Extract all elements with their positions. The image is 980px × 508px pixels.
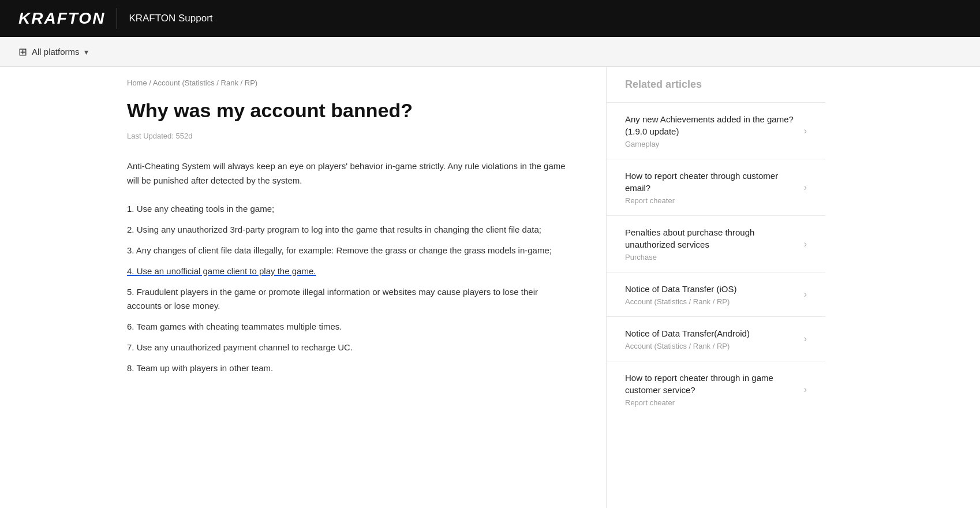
- related-article-title: Notice of Data Transfer(Android): [625, 327, 797, 339]
- site-logo: KRAFTON: [18, 9, 105, 28]
- related-articles-sidebar: Related articles Any new Achievements ad…: [606, 67, 825, 508]
- site-header: KRAFTON KRAFTON Support: [0, 0, 980, 37]
- site-title: KRAFTON Support: [129, 13, 212, 24]
- chevron-right-icon: ›: [804, 334, 807, 344]
- related-article-title: How to report cheater through customer e…: [625, 170, 797, 194]
- related-article-item[interactable]: Notice of Data Transfer(Android) Account…: [607, 316, 825, 361]
- header-divider: [117, 8, 117, 29]
- chevron-right-icon: ›: [804, 182, 807, 193]
- related-article-category: Report cheater: [625, 196, 797, 205]
- related-article-content: Penalties about purchase through unautho…: [625, 226, 804, 262]
- related-articles-title: Related articles: [607, 79, 825, 102]
- platform-selector[interactable]: ⊞ All platforms ▾: [18, 46, 88, 58]
- related-article-item[interactable]: Any new Achievements added in the game? …: [607, 102, 825, 159]
- breadcrumb: Home / Account (Statistics / Rank / RP): [127, 79, 571, 87]
- related-article-title: How to report cheater through in game cu…: [625, 372, 797, 396]
- related-article-content: How to report cheater through customer e…: [625, 170, 804, 205]
- platform-label: All platforms: [32, 47, 80, 57]
- article-content: Home / Account (Statistics / Rank / RP) …: [0, 67, 606, 508]
- related-article-content: Any new Achievements added in the game? …: [625, 113, 804, 148]
- related-article-title: Notice of Data Transfer (iOS): [625, 283, 797, 295]
- highlighted-list-item: 4. Use an unofficial game client to play…: [127, 266, 316, 276]
- list-item: 5. Fraudulent players in the game or pro…: [127, 285, 571, 313]
- list-item: 2. Using any unauthorized 3rd-party prog…: [127, 223, 571, 237]
- related-article-content: Notice of Data Transfer (iOS) Account (S…: [625, 283, 804, 306]
- related-article-title: Penalties about purchase through unautho…: [625, 226, 797, 251]
- article-intro: Anti-Cheating System will always keep an…: [127, 159, 571, 188]
- chevron-down-icon: ▾: [84, 47, 88, 57]
- related-article-category: Gameplay: [625, 140, 797, 148]
- list-item: 3. Any changes of client file data illeg…: [127, 244, 571, 257]
- list-item: 4. Use an unofficial game client to play…: [127, 264, 571, 278]
- related-article-category: Account (Statistics / Rank / RP): [625, 342, 797, 350]
- related-article-content: How to report cheater through in game cu…: [625, 372, 804, 407]
- last-updated-value: 552d: [176, 132, 193, 140]
- list-item: 7. Use any unauthorized payment channel …: [127, 341, 571, 354]
- related-article-title: Any new Achievements added in the game? …: [625, 113, 797, 137]
- list-item: 1. Use any cheating tools in the game;: [127, 202, 571, 216]
- platform-icon: ⊞: [18, 46, 27, 58]
- chevron-right-icon: ›: [804, 289, 807, 300]
- chevron-right-icon: ›: [804, 239, 807, 249]
- related-article-item[interactable]: Notice of Data Transfer (iOS) Account (S…: [607, 272, 825, 316]
- related-article-item[interactable]: Penalties about purchase through unautho…: [607, 215, 825, 272]
- main-layout: Home / Account (Statistics / Rank / RP) …: [0, 67, 980, 508]
- chevron-right-icon: ›: [804, 384, 807, 395]
- platform-bar: ⊞ All platforms ▾: [0, 37, 980, 67]
- last-updated: Last Updated: 552d: [127, 132, 571, 140]
- article-body: Anti-Cheating System will always keep an…: [127, 159, 571, 375]
- related-article-category: Report cheater: [625, 398, 797, 407]
- related-article-category: Purchase: [625, 253, 797, 262]
- list-item: 6. Team games with cheating teammates mu…: [127, 320, 571, 334]
- related-article-category: Account (Statistics / Rank / RP): [625, 297, 797, 306]
- related-article-item[interactable]: How to report cheater through in game cu…: [607, 361, 825, 417]
- chevron-right-icon: ›: [804, 126, 807, 136]
- breadcrumb-category: Account (Statistics / Rank / RP): [153, 79, 257, 87]
- violations-list: 1. Use any cheating tools in the game; 2…: [127, 202, 571, 375]
- related-article-content: Notice of Data Transfer(Android) Account…: [625, 327, 804, 350]
- breadcrumb-home[interactable]: Home: [127, 79, 147, 87]
- list-item: 8. Team up with players in other team.: [127, 361, 571, 375]
- related-article-item[interactable]: How to report cheater through customer e…: [607, 159, 825, 215]
- last-updated-label: Last Updated:: [127, 132, 174, 140]
- article-title: Why was my account banned?: [127, 99, 571, 122]
